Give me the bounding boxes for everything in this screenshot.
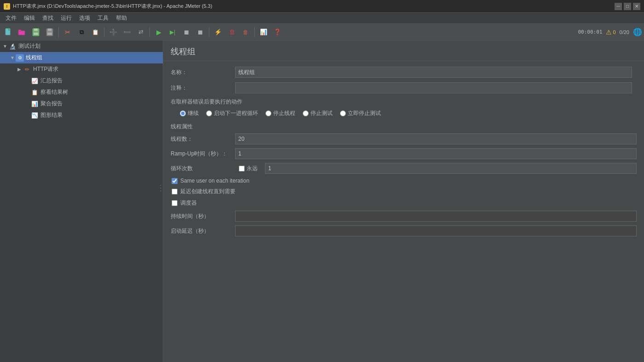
- rampup-input[interactable]: [235, 148, 637, 159]
- toolbar-help[interactable]: ❓: [271, 26, 284, 39]
- delayed-start-row: 延迟创建线程直到需要: [172, 188, 637, 195]
- warning-icon: ⚠: [606, 29, 612, 36]
- menu-options[interactable]: 选项: [75, 13, 94, 23]
- name-row: 名称：: [171, 67, 637, 78]
- toolbar-clear[interactable]: 🗑: [225, 26, 238, 39]
- sidebar-label-thread-group: 线程组: [26, 54, 42, 62]
- comment-input[interactable]: [235, 82, 632, 93]
- thread-count-input[interactable]: [235, 133, 637, 144]
- toolbar-stop-now[interactable]: ⏹: [194, 26, 207, 39]
- toolbar-run-remote[interactable]: ▶|: [166, 26, 179, 39]
- sidebar-label-graph: 图形结果: [40, 111, 63, 119]
- toolbar-save-as[interactable]: [43, 26, 56, 39]
- aggregate-icon: 📊: [30, 100, 39, 108]
- duration-input[interactable]: [235, 211, 637, 222]
- toolbar-new[interactable]: [2, 26, 15, 39]
- start-delay-row: 启动延迟（秒）: [171, 225, 637, 236]
- toolbar-copy[interactable]: ⧉: [75, 26, 88, 39]
- radio-stop-test-input[interactable]: [303, 110, 309, 116]
- window-title: HTTP请求.jmx (D:\DevTools\apache-jmeter-5.…: [13, 3, 212, 10]
- radio-start-next-input[interactable]: [206, 110, 212, 116]
- svg-rect-7: [48, 29, 52, 31]
- loop-label: 循环次数: [171, 165, 235, 172]
- sidebar-item-http-request[interactable]: ▶ ✏ HTTP请求: [0, 63, 163, 75]
- tree-arrow-http: ▶: [17, 67, 23, 72]
- sidebar-item-thread-group[interactable]: ▼ ⚙ 线程组: [0, 52, 163, 63]
- menu-edit[interactable]: 编辑: [20, 13, 39, 23]
- sidebar-item-aggregate-report[interactable]: 📊 聚合报告: [0, 98, 163, 109]
- http-icon: ✏: [23, 66, 31, 73]
- toolbar-merge[interactable]: ⇄: [134, 26, 147, 39]
- scheduler-label: 调度器: [180, 199, 197, 207]
- name-input[interactable]: [235, 67, 632, 78]
- tree-arrow-test-plan: ▼: [3, 44, 8, 49]
- forever-text: 永远: [247, 165, 258, 172]
- toolbar-stop[interactable]: ⏹: [180, 26, 193, 39]
- toolbar-function-helper[interactable]: 📊: [257, 26, 270, 39]
- loop-count-input[interactable]: [265, 163, 637, 174]
- start-delay-label: 启动延迟（秒）: [171, 227, 235, 235]
- sidebar-resize-handle[interactable]: •••: [160, 184, 161, 192]
- toolbar-time: 00:00:01: [578, 29, 602, 35]
- radio-stop-test[interactable]: 停止测试: [303, 109, 333, 117]
- toolbar-remote-clear[interactable]: 🗑: [239, 26, 252, 39]
- thread-props-title: 线程属性: [171, 123, 637, 131]
- sidebar-item-summary-report[interactable]: 📈 汇总报告: [0, 75, 163, 86]
- resulttree-icon: 📋: [30, 89, 39, 96]
- toolbar-run[interactable]: ▶: [152, 26, 165, 39]
- radio-stop-test-label: 停止测试: [310, 109, 333, 117]
- radio-continue[interactable]: 继续: [180, 109, 199, 117]
- radio-stop-now-input[interactable]: [340, 110, 346, 116]
- radio-stop-now-label: 立即停止测试: [348, 109, 381, 117]
- duration-row: 持续时间（秒）: [171, 211, 637, 222]
- sidebar-item-test-plan[interactable]: ▼ 🔬 测试计划: [0, 40, 163, 52]
- rampup-label: Ramp-Up时间（秒）：: [171, 150, 235, 158]
- delayed-start-checkbox[interactable]: [172, 189, 178, 195]
- sidebar-label-summary: 汇总报告: [40, 77, 63, 85]
- toolbar-cut[interactable]: ✂: [61, 26, 74, 39]
- menu-tools[interactable]: 工具: [94, 13, 112, 23]
- radio-stop-now[interactable]: 立即停止测试: [340, 109, 381, 117]
- maximize-button[interactable]: □: [624, 3, 631, 10]
- toolbar-sep-5: [254, 27, 255, 37]
- toolbar-collapse[interactable]: ➖: [121, 26, 133, 39]
- radio-stop-thread[interactable]: 停止线程: [265, 109, 295, 117]
- svg-rect-4: [34, 29, 38, 31]
- scheduler-checkbox[interactable]: [172, 200, 178, 206]
- radio-stop-thread-input[interactable]: [265, 110, 271, 116]
- minimize-button[interactable]: ─: [615, 3, 622, 10]
- forever-checkbox[interactable]: [239, 166, 245, 172]
- menu-help[interactable]: 帮助: [112, 13, 131, 23]
- toolbar-expand[interactable]: ➕: [107, 26, 120, 39]
- sidebar-label-result-tree: 察看结果树: [40, 88, 68, 96]
- toolbar-paste[interactable]: 📋: [89, 26, 102, 39]
- sidebar-item-graph-results[interactable]: 📉 图形结果: [0, 109, 163, 121]
- toolbar-sep-2: [104, 27, 104, 37]
- same-user-checkbox[interactable]: [172, 178, 178, 184]
- toolbar-shutdown[interactable]: ⚡: [212, 26, 224, 39]
- toolbar-open[interactable]: [16, 26, 29, 39]
- radio-continue-input[interactable]: [180, 110, 186, 116]
- menu-run[interactable]: 运行: [57, 13, 75, 23]
- toolbar-save[interactable]: [29, 26, 42, 39]
- close-button[interactable]: ✕: [633, 3, 640, 10]
- toolbar-sep-4: [209, 27, 209, 37]
- sidebar-label-aggregate: 聚合报告: [40, 100, 63, 108]
- panel-title: 线程组: [163, 40, 644, 61]
- start-delay-input[interactable]: [235, 225, 637, 236]
- svg-rect-5: [34, 33, 38, 35]
- sidebar-label-http-request: HTTP请求: [33, 65, 58, 73]
- menu-bar: 文件 编辑 查找 运行 选项 工具 帮助: [0, 13, 644, 24]
- toolbar: ✂ ⧉ 📋 ➕ ➖ ⇄ ▶ ▶| ⏹ ⏹ ⚡ 🗑 🗑 📊 ❓ 00:00:01 …: [0, 24, 644, 40]
- error-action-group: 继续 启动下一进程循环 停止线程 停止测试 立即停止测试: [180, 109, 637, 117]
- duration-label: 持续时间（秒）: [171, 213, 235, 220]
- menu-search[interactable]: 查找: [39, 13, 57, 23]
- window-controls: ─ □ ✕: [615, 3, 640, 10]
- sidebar-item-result-tree[interactable]: 📋 察看结果树: [0, 86, 163, 98]
- menu-file[interactable]: 文件: [2, 13, 20, 23]
- rampup-row: Ramp-Up时间（秒）：: [171, 148, 637, 159]
- radio-continue-label: 继续: [188, 109, 199, 117]
- summary-icon: 📈: [30, 77, 39, 85]
- forever-label[interactable]: 永远: [239, 165, 258, 172]
- radio-start-next[interactable]: 启动下一进程循环: [206, 109, 258, 117]
